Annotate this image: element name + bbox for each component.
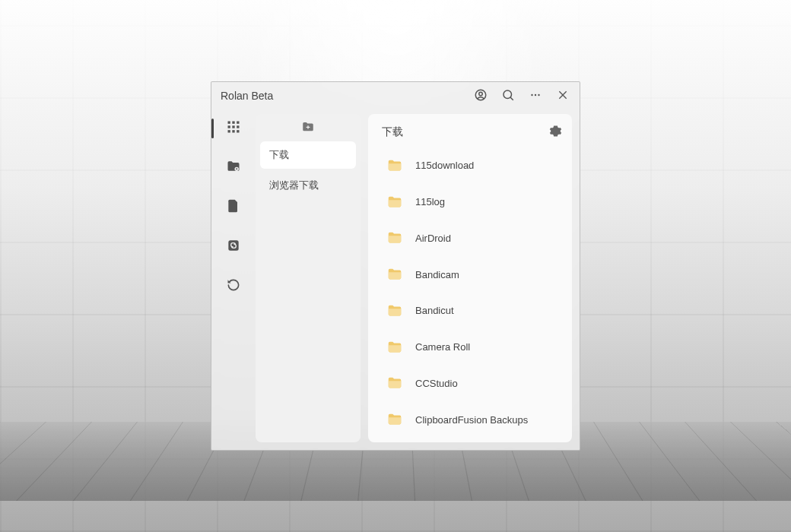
svg-point-1: [479, 92, 483, 96]
list-item[interactable]: Bandicam: [379, 256, 567, 293]
folder-icon: [386, 266, 403, 283]
folder-list: 115download 115log AirDroid: [379, 147, 567, 438]
app-window: Rolan Beta: [211, 81, 580, 451]
svg-rect-20: [228, 240, 238, 250]
close-button[interactable]: [552, 85, 573, 106]
file-icon: [226, 198, 241, 217]
folder-icon: [386, 339, 403, 356]
folder-icon: [386, 411, 403, 428]
category-item-1[interactable]: 浏览器下载: [260, 172, 356, 199]
svg-point-19: [236, 168, 237, 169]
svg-rect-11: [237, 122, 239, 124]
folder-icon: [386, 157, 403, 174]
list-item[interactable]: CCStudio: [379, 366, 567, 402]
more-icon: [529, 88, 542, 104]
content-header: 下载: [379, 122, 567, 143]
gear-icon: [549, 125, 562, 140]
svg-point-2: [504, 90, 512, 99]
category-label: 浏览器下载: [269, 179, 319, 192]
panel-settings-button[interactable]: [546, 123, 564, 141]
list-item[interactable]: Bandicut: [379, 293, 567, 329]
svg-rect-12: [228, 125, 230, 128]
svg-point-5: [535, 93, 536, 95]
svg-rect-9: [228, 122, 230, 124]
rail-links[interactable]: [219, 234, 248, 260]
rail-pinned[interactable]: [219, 155, 248, 181]
svg-rect-10: [232, 122, 234, 124]
close-icon: [557, 89, 569, 103]
svg-rect-15: [228, 130, 230, 132]
svg-line-3: [510, 97, 513, 100]
rail-history[interactable]: [219, 274, 248, 299]
folder-name: Bandicam: [415, 269, 459, 280]
folder-name: Bandicut: [415, 305, 454, 316]
list-item[interactable]: ClipboardFusion Backups: [379, 401, 567, 438]
folder-icon: [386, 302, 403, 319]
list-item[interactable]: AirDroid: [379, 220, 567, 257]
search-icon: [501, 88, 515, 104]
category-item-0[interactable]: 下载: [260, 141, 356, 169]
list-item[interactable]: Camera Roll: [379, 329, 567, 366]
folder-name: 115log: [415, 196, 445, 207]
content-panel: 下载 115download: [368, 114, 572, 442]
svg-rect-13: [232, 125, 234, 128]
account-button[interactable]: [470, 85, 491, 106]
pinned-folder-icon: [226, 159, 241, 177]
folder-icon: [386, 194, 403, 211]
folder-name: AirDroid: [415, 233, 451, 244]
folder-name: 115download: [415, 160, 474, 171]
more-button[interactable]: [525, 85, 546, 106]
folder-name: CCStudio: [415, 378, 458, 389]
list-item[interactable]: 115log: [379, 184, 567, 220]
icon-rail: [211, 109, 256, 450]
svg-rect-14: [237, 125, 239, 128]
titlebar-controls: [470, 85, 573, 106]
link-icon: [226, 238, 241, 256]
rail-apps[interactable]: [219, 116, 248, 141]
svg-point-4: [531, 93, 532, 95]
titlebar: Rolan Beta: [211, 82, 580, 109]
add-category-button[interactable]: [260, 119, 356, 138]
account-icon: [474, 88, 488, 104]
add-folder-icon: [301, 120, 315, 137]
rail-files[interactable]: [219, 195, 248, 220]
window-title: Rolan Beta: [221, 90, 470, 102]
clock-icon: [226, 277, 241, 296]
svg-rect-16: [232, 130, 234, 132]
svg-rect-17: [237, 130, 239, 132]
folder-name: Camera Roll: [415, 341, 470, 353]
content-title: 下载: [382, 125, 546, 139]
folder-name: ClipboardFusion Backups: [415, 414, 528, 426]
folder-icon: [386, 230, 403, 246]
category-panel: 下载 浏览器下载: [256, 114, 361, 442]
window-body: 下载 浏览器下载 下载: [211, 109, 580, 450]
apps-grid-icon: [226, 119, 241, 138]
folder-icon: [386, 375, 403, 391]
search-button[interactable]: [497, 85, 519, 106]
svg-point-6: [538, 93, 539, 95]
category-label: 下载: [269, 148, 289, 162]
list-item[interactable]: 115download: [379, 147, 567, 184]
